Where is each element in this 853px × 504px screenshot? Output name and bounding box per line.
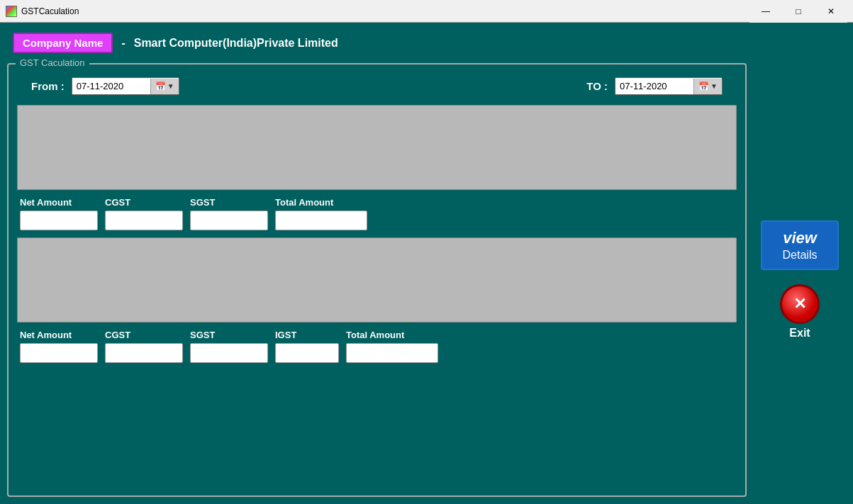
from-date-input[interactable] bbox=[72, 78, 150, 94]
maximize-button[interactable]: □ bbox=[782, 0, 815, 23]
net-amount-input-1[interactable] bbox=[20, 211, 98, 230]
igst-input-2[interactable] bbox=[275, 343, 339, 363]
minimize-button[interactable]: — bbox=[749, 0, 782, 23]
total-amount-input-1[interactable] bbox=[275, 211, 367, 230]
company-full-name: Smart Computer(India)Private Limited bbox=[134, 37, 338, 50]
view-details-button[interactable]: view Details bbox=[761, 220, 839, 270]
left-panel: GST Caculation From : 📅 ▼ bbox=[7, 63, 747, 497]
app-icon bbox=[6, 6, 17, 17]
calendar-icon-2: 📅 bbox=[698, 82, 709, 91]
igst-field-2: IGST bbox=[275, 330, 339, 363]
view-label: view bbox=[774, 229, 826, 247]
company-name-label: Company Name bbox=[13, 33, 113, 53]
main-content: GST Caculation From : 📅 ▼ bbox=[7, 63, 846, 497]
title-bar-left: GSTCaculation bbox=[6, 6, 79, 17]
right-panel: view Details Exit bbox=[754, 63, 846, 497]
gst-group-box: GST Caculation From : 📅 ▼ bbox=[7, 63, 747, 497]
net-amount-field-1: Net Amount bbox=[20, 197, 98, 230]
from-date-group: From : 📅 ▼ bbox=[31, 77, 179, 95]
title-bar-controls: — □ ✕ bbox=[749, 0, 847, 23]
exit-label: Exit bbox=[789, 327, 810, 340]
group-box-legend: GST Caculation bbox=[16, 57, 89, 68]
total-amount-input-2[interactable] bbox=[346, 343, 438, 363]
from-date-input-wrapper: 📅 ▼ bbox=[72, 77, 179, 95]
cgst-input-1[interactable] bbox=[105, 211, 183, 230]
total-amount-field-2: Total Amount bbox=[346, 330, 438, 363]
summary-row-2: Net Amount CGST SGST IGST bbox=[17, 330, 737, 363]
app-window: Company Name - Smart Computer(India)Priv… bbox=[0, 23, 853, 504]
to-date-group: TO : 📅 ▼ bbox=[586, 77, 723, 95]
separator: - bbox=[121, 37, 125, 50]
cgst-label-1: CGST bbox=[105, 197, 130, 208]
from-date-picker-button[interactable]: 📅 ▼ bbox=[150, 79, 179, 94]
total-amount-field-1: Total Amount bbox=[275, 197, 367, 230]
summary-row-1: Net Amount CGST SGST Total Amount bbox=[17, 197, 737, 230]
cgst-input-2[interactable] bbox=[105, 343, 183, 363]
sgst-field-1: SGST bbox=[190, 197, 268, 230]
sgst-input-2[interactable] bbox=[190, 343, 268, 363]
date-row: From : 📅 ▼ TO : bbox=[17, 77, 737, 95]
sgst-input-1[interactable] bbox=[190, 211, 268, 230]
net-amount-label-1: Net Amount bbox=[20, 197, 72, 208]
cgst-field-2: CGST bbox=[105, 330, 183, 363]
title-bar: GSTCaculation — □ ✕ bbox=[0, 0, 853, 23]
to-date-picker-button[interactable]: 📅 ▼ bbox=[693, 79, 722, 94]
chevron-down-icon-2: ▼ bbox=[710, 82, 718, 90]
igst-label-2: IGST bbox=[275, 330, 296, 340]
to-date-input[interactable] bbox=[615, 78, 693, 94]
total-amount-label-1: Total Amount bbox=[275, 197, 333, 208]
net-amount-field-2: Net Amount bbox=[20, 330, 98, 363]
header-row: Company Name - Smart Computer(India)Priv… bbox=[7, 30, 846, 56]
sgst-field-2: SGST bbox=[190, 330, 268, 363]
net-amount-label-2: Net Amount bbox=[20, 330, 72, 340]
chevron-down-icon: ▼ bbox=[167, 82, 174, 90]
details-label: Details bbox=[774, 249, 826, 262]
exit-icon bbox=[780, 284, 820, 324]
to-label: TO : bbox=[586, 80, 608, 92]
cgst-label-2: CGST bbox=[105, 330, 130, 340]
close-button[interactable]: ✕ bbox=[815, 0, 847, 23]
net-amount-input-2[interactable] bbox=[20, 343, 98, 363]
sgst-label-1: SGST bbox=[190, 197, 215, 208]
total-amount-label-2: Total Amount bbox=[346, 330, 404, 340]
cgst-field-1: CGST bbox=[105, 197, 183, 230]
from-label: From : bbox=[31, 80, 65, 92]
data-grid-2 bbox=[17, 237, 737, 323]
app-title: GSTCaculation bbox=[21, 6, 79, 16]
exit-button[interactable]: Exit bbox=[780, 284, 820, 340]
sgst-label-2: SGST bbox=[190, 330, 215, 340]
data-grid-1 bbox=[17, 105, 737, 190]
calendar-icon: 📅 bbox=[155, 82, 166, 91]
to-date-input-wrapper: 📅 ▼ bbox=[615, 77, 723, 95]
